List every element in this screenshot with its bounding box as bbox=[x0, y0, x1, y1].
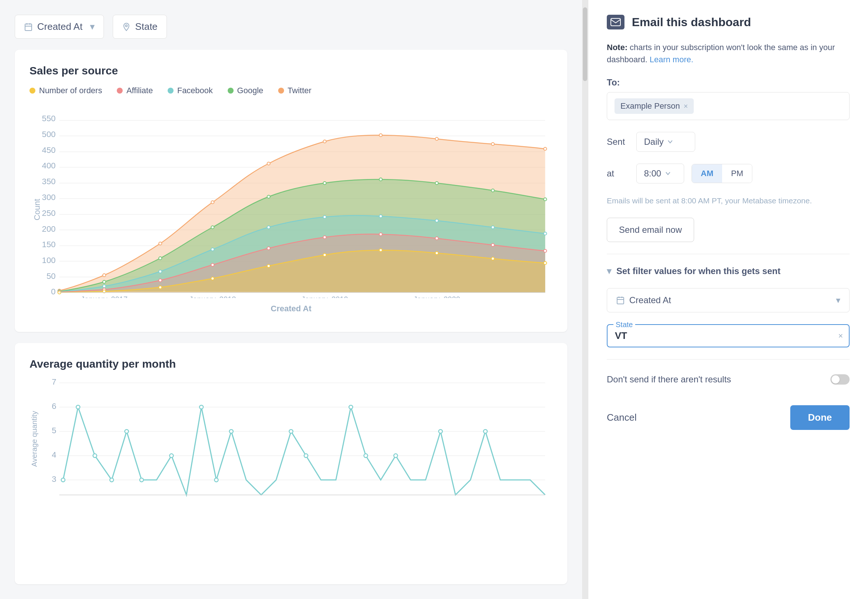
svg-text:7: 7 bbox=[52, 379, 56, 387]
svg-text:100: 100 bbox=[42, 256, 56, 265]
ampm-group: AM PM bbox=[692, 164, 752, 183]
svg-point-53 bbox=[211, 248, 214, 251]
scrollbar-thumb[interactable] bbox=[583, 8, 587, 81]
email-icon-wrap bbox=[607, 15, 624, 30]
created-at-filter-label: Created At bbox=[629, 295, 671, 306]
done-button[interactable]: Done bbox=[790, 405, 850, 430]
filter-section-header[interactable]: ▾ Set filter values for when this gets s… bbox=[607, 266, 850, 276]
svg-point-101 bbox=[125, 429, 129, 433]
learn-more-link[interactable]: Learn more. bbox=[650, 55, 693, 64]
svg-rect-115 bbox=[611, 18, 620, 26]
filter-bar: Created At ▾ State bbox=[15, 15, 567, 39]
svg-point-39 bbox=[544, 147, 547, 150]
divider-1 bbox=[607, 254, 850, 254]
legend-affiliate: Affiliate bbox=[117, 86, 153, 95]
svg-text:350: 350 bbox=[42, 177, 56, 186]
svg-point-69 bbox=[544, 250, 547, 252]
svg-point-65 bbox=[323, 236, 326, 239]
svg-point-102 bbox=[140, 478, 143, 482]
email-icon bbox=[611, 18, 621, 26]
svg-point-67 bbox=[435, 237, 438, 240]
svg-text:4: 4 bbox=[52, 450, 56, 459]
legend-facebook: Facebook bbox=[168, 86, 213, 95]
svg-point-38 bbox=[492, 143, 495, 146]
to-section: To: Example Person × bbox=[607, 77, 850, 120]
recipients-box[interactable]: Example Person × bbox=[607, 92, 850, 120]
svg-point-33 bbox=[211, 201, 214, 204]
recipient-name: Example Person bbox=[620, 101, 680, 111]
created-at-dropdown-chevron: ▾ bbox=[836, 295, 840, 306]
created-at-calendar-icon bbox=[616, 296, 625, 305]
timezone-note: Emails will be sent at 8:00 AM PT, your … bbox=[607, 195, 850, 206]
svg-point-48 bbox=[492, 189, 495, 192]
svg-point-58 bbox=[492, 226, 495, 229]
chart1-title: Sales per source bbox=[30, 65, 553, 77]
svg-text:450: 450 bbox=[42, 146, 56, 155]
svg-point-56 bbox=[379, 215, 382, 218]
sales-per-source-card: Sales per source Number of orders Affili… bbox=[15, 50, 567, 332]
svg-point-51 bbox=[103, 285, 106, 288]
time-value: 8:00 bbox=[644, 169, 661, 179]
recipient-tag: Example Person × bbox=[615, 98, 694, 114]
pm-button[interactable]: PM bbox=[722, 164, 752, 183]
svg-text:January, 2017: January, 2017 bbox=[81, 295, 128, 298]
svg-point-113 bbox=[483, 429, 487, 433]
created-at-filter-dropdown[interactable]: Created At ▾ bbox=[607, 288, 850, 312]
svg-point-107 bbox=[289, 429, 293, 433]
created-at-label: Created At bbox=[37, 21, 83, 32]
created-at-filter[interactable]: Created At ▾ bbox=[15, 15, 104, 39]
svg-point-59 bbox=[544, 232, 547, 235]
state-clear-button[interactable]: × bbox=[838, 331, 843, 341]
chart2-title: Average quantity per month bbox=[30, 358, 553, 370]
svg-text:January, 2020: January, 2020 bbox=[414, 295, 460, 298]
filter-chevron-icon: ▾ bbox=[607, 266, 611, 276]
divider-2 bbox=[607, 359, 850, 360]
cancel-button[interactable]: Cancel bbox=[607, 412, 636, 423]
svg-rect-0 bbox=[25, 24, 32, 30]
svg-point-47 bbox=[435, 182, 438, 185]
svg-point-78 bbox=[492, 257, 495, 260]
sent-row: Sent Daily bbox=[607, 132, 850, 152]
svg-rect-116 bbox=[617, 297, 624, 304]
chart1-legend: Number of orders Affiliate Facebook Goog… bbox=[30, 86, 553, 95]
no-results-toggle[interactable] bbox=[830, 374, 850, 385]
state-input-wrap[interactable]: State VT × bbox=[607, 324, 850, 348]
svg-point-42 bbox=[159, 257, 162, 260]
state-filter[interactable]: State bbox=[113, 15, 167, 39]
svg-point-105 bbox=[214, 478, 218, 482]
frequency-value: Daily bbox=[644, 137, 663, 147]
svg-point-4 bbox=[125, 25, 127, 27]
calendar-icon bbox=[24, 23, 33, 31]
svg-point-57 bbox=[435, 219, 438, 222]
state-label: State bbox=[135, 21, 158, 32]
svg-text:January, 2018: January, 2018 bbox=[190, 295, 236, 298]
legend-label-affiliate: Affiliate bbox=[126, 86, 153, 95]
legend-google: Google bbox=[228, 86, 263, 95]
at-label: at bbox=[607, 169, 629, 179]
scrollbar[interactable] bbox=[582, 0, 588, 599]
svg-point-98 bbox=[76, 405, 80, 409]
legend-twitter: Twitter bbox=[278, 86, 312, 95]
send-now-button[interactable]: Send email now bbox=[607, 218, 694, 242]
sales-chart-svg: 0 50 100 150 200 250 300 350 400 450 500… bbox=[30, 107, 553, 298]
remove-recipient-btn[interactable]: × bbox=[683, 102, 688, 110]
no-results-label: Don't send if there aren't results bbox=[607, 374, 731, 385]
avg-quantity-card: Average quantity per month 7 6 5 4 bbox=[15, 343, 567, 584]
sales-chart-area: 0 50 100 150 200 250 300 350 400 450 500… bbox=[30, 107, 553, 298]
note-box: Note: charts in your subscription won't … bbox=[607, 41, 850, 66]
legend-dot-orders bbox=[30, 88, 35, 93]
legend-dot-affiliate bbox=[117, 88, 123, 93]
svg-point-41 bbox=[103, 280, 106, 283]
svg-point-64 bbox=[267, 247, 270, 250]
frequency-select[interactable]: Daily bbox=[636, 132, 695, 152]
svg-point-35 bbox=[323, 140, 326, 143]
chart1-x-label: Created At bbox=[30, 304, 553, 313]
svg-text:Count: Count bbox=[32, 199, 42, 221]
svg-point-72 bbox=[159, 286, 162, 289]
am-button[interactable]: AM bbox=[692, 164, 722, 183]
svg-point-34 bbox=[267, 162, 270, 165]
legend-label-twitter: Twitter bbox=[288, 86, 312, 95]
left-panel: Created At ▾ State Sales per source Numb… bbox=[0, 0, 582, 599]
created-at-chevron: ▾ bbox=[90, 21, 95, 32]
time-select[interactable]: 8:00 bbox=[636, 164, 684, 184]
